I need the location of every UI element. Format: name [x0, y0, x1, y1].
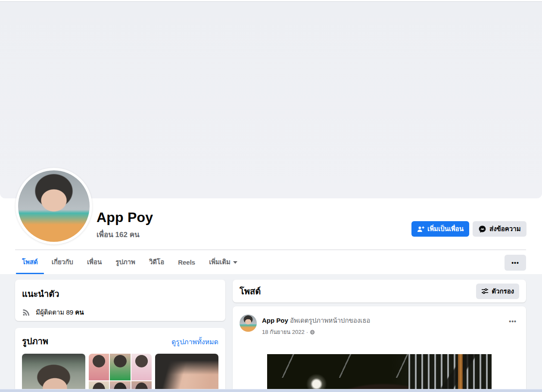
- cover-photo: [0, 1, 542, 198]
- posts-title: โพสต์: [240, 284, 261, 298]
- collage-tile: [131, 354, 152, 380]
- send-message-button[interactable]: ส่งข้อความ: [473, 221, 526, 237]
- profile-actions: เพิ่มเป็นเพื่อน ส่งข้อความ: [411, 221, 526, 237]
- intro-card: แนะนำตัว มีผู้ติดตาม 89 คน: [15, 280, 225, 321]
- send-message-label: ส่งข้อความ: [489, 224, 521, 234]
- bottom-edge-strip: [0, 389, 542, 392]
- add-friend-label: เพิ่มเป็นเพื่อน: [427, 224, 464, 234]
- intro-title: แนะนำตัว: [22, 287, 218, 301]
- photo-grid: [22, 354, 218, 392]
- posts-feed-header: โพสต์ ตัวกรอง: [233, 280, 526, 302]
- tab-photos[interactable]: รูปภาพ: [109, 250, 142, 274]
- filter-label: ตัวกรอง: [492, 286, 514, 296]
- tab-label: Reels: [178, 259, 195, 266]
- post-card: App Poy อัพเดตรูปภาพหน้าปกของเธอ 18 กันย…: [233, 306, 526, 392]
- post-image[interactable]: [267, 354, 492, 392]
- tab-label: วิดีโอ: [149, 257, 164, 267]
- post-options-button[interactable]: •••: [506, 315, 519, 327]
- photos-card: รูปภาพ ดูรูปภาพทั้งหมด: [15, 328, 225, 392]
- post-header-text: App Poy อัพเดตรูปภาพหน้าปกของเธอ: [262, 315, 501, 326]
- tab-label: รูปภาพ: [115, 257, 135, 267]
- profile-name: App Poy: [97, 210, 153, 225]
- photo-thumbnail[interactable]: [155, 354, 218, 392]
- messenger-icon: [478, 225, 486, 233]
- facebook-profile-page: App Poy เพื่อน 162 คน เพิ่มเป็นเพื่อน ส่…: [0, 0, 542, 392]
- followers-unit: คน: [75, 309, 84, 316]
- person-add-icon: [417, 225, 424, 233]
- tab-videos[interactable]: วิดีโอ: [142, 250, 171, 274]
- tab-label: เกี่ยวกับ: [52, 257, 73, 267]
- tab-friends[interactable]: เพื่อน: [80, 250, 109, 274]
- profile-tabs: โพสต์ เกี่ยวกับ เพื่อน รูปภาพ วิดีโอ Ree…: [15, 250, 244, 274]
- post-image-detail: [397, 354, 492, 392]
- tab-reels[interactable]: Reels: [171, 250, 202, 274]
- followers-prefix: มีผู้ติดตาม 89: [36, 309, 73, 316]
- tab-about[interactable]: เกี่ยวกับ: [45, 250, 80, 274]
- post-author-avatar[interactable]: [240, 315, 257, 332]
- post-action-text: อัพเดตรูปภาพหน้าปกของเธอ: [290, 317, 370, 324]
- dot-separator: ·: [306, 329, 308, 335]
- followers-rss-icon: [22, 308, 31, 317]
- post-author-name[interactable]: App Poy: [262, 317, 288, 324]
- followers-row: มีผู้ติดตาม 89 คน: [22, 307, 218, 318]
- photos-title: รูปภาพ: [22, 334, 48, 348]
- globe-privacy-icon: [310, 330, 315, 335]
- followers-text: มีผู้ติดตาม 89 คน: [36, 307, 84, 318]
- post-timestamp-row: 18 กันยายน 2022 ·: [262, 327, 501, 336]
- profile-more-button[interactable]: •••: [505, 255, 526, 271]
- chevron-down-icon: [233, 261, 237, 264]
- friends-count[interactable]: เพื่อน 162 คน: [97, 228, 140, 240]
- photo-thumbnail[interactable]: [22, 354, 85, 392]
- tab-label: เพิ่มเติม: [209, 257, 231, 267]
- filters-sliders-icon: [481, 287, 489, 295]
- photo-thumbnail[interactable]: [89, 354, 152, 392]
- profile-picture-image: [18, 170, 90, 242]
- post-date[interactable]: 18 กันยายน 2022: [262, 327, 305, 336]
- tab-more[interactable]: เพิ่มเติม: [202, 250, 244, 274]
- tab-label: เพื่อน: [87, 257, 102, 267]
- see-all-photos-link[interactable]: ดูรูปภาพทั้งหมด: [171, 336, 218, 347]
- collage-tile: [110, 354, 131, 380]
- tab-posts[interactable]: โพสต์: [15, 250, 45, 274]
- filter-button[interactable]: ตัวกรอง: [476, 284, 519, 299]
- tab-label: โพสต์: [22, 257, 38, 267]
- collage-tile: [89, 354, 109, 380]
- add-friend-button[interactable]: เพิ่มเป็นเพื่อน: [411, 221, 469, 237]
- post-image-detail: [458, 354, 463, 392]
- profile-picture[interactable]: [16, 168, 92, 244]
